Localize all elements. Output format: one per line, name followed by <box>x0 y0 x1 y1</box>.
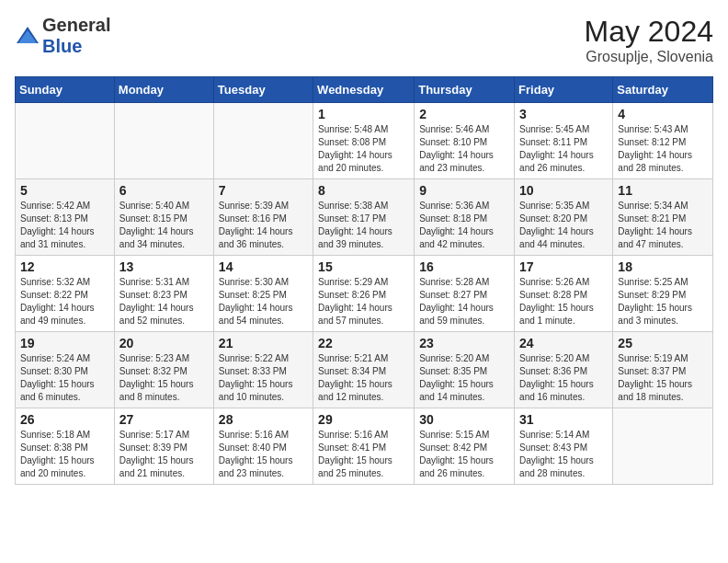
calendar-cell: 10Sunrise: 5:35 AM Sunset: 8:20 PM Dayli… <box>515 179 613 256</box>
title-block: May 2024 Grosuplje, Slovenia <box>584 15 713 65</box>
day-number: 29 <box>318 412 409 427</box>
day-info: Sunrise: 5:39 AM Sunset: 8:16 PM Dayligh… <box>219 200 308 251</box>
day-number: 4 <box>618 107 708 121</box>
day-number: 13 <box>119 259 209 274</box>
day-info: Sunrise: 5:17 AM Sunset: 8:39 PM Dayligh… <box>119 429 209 480</box>
calendar-cell: 24Sunrise: 5:20 AM Sunset: 8:36 PM Dayli… <box>515 332 613 408</box>
calendar-cell: 25Sunrise: 5:19 AM Sunset: 8:37 PM Dayli… <box>613 332 713 408</box>
day-number: 23 <box>419 336 509 350</box>
day-info: Sunrise: 5:38 AM Sunset: 8:17 PM Dayligh… <box>318 200 409 251</box>
day-info: Sunrise: 5:40 AM Sunset: 8:15 PM Dayligh… <box>119 200 209 251</box>
day-number: 21 <box>219 336 308 350</box>
calendar-cell: 17Sunrise: 5:26 AM Sunset: 8:28 PM Dayli… <box>515 256 613 332</box>
day-info: Sunrise: 5:29 AM Sunset: 8:26 PM Dayligh… <box>318 276 409 327</box>
calendar-cell: 8Sunrise: 5:38 AM Sunset: 8:17 PM Daylig… <box>313 179 415 256</box>
day-info: Sunrise: 5:22 AM Sunset: 8:33 PM Dayligh… <box>219 352 308 404</box>
calendar-week-row: 26Sunrise: 5:18 AM Sunset: 8:38 PM Dayli… <box>16 408 713 485</box>
day-number: 11 <box>618 183 708 198</box>
day-info: Sunrise: 5:18 AM Sunset: 8:38 PM Dayligh… <box>20 429 109 480</box>
day-number: 20 <box>119 336 209 350</box>
calendar-week-row: 1Sunrise: 5:48 AM Sunset: 8:08 PM Daylig… <box>16 103 713 179</box>
calendar-cell: 20Sunrise: 5:23 AM Sunset: 8:32 PM Dayli… <box>114 332 213 408</box>
day-info: Sunrise: 5:16 AM Sunset: 8:41 PM Dayligh… <box>318 429 409 480</box>
calendar-cell: 26Sunrise: 5:18 AM Sunset: 8:38 PM Dayli… <box>16 408 115 485</box>
day-number: 2 <box>419 107 509 121</box>
day-info: Sunrise: 5:25 AM Sunset: 8:29 PM Dayligh… <box>618 276 708 327</box>
day-number: 25 <box>618 336 708 350</box>
day-info: Sunrise: 5:14 AM Sunset: 8:43 PM Dayligh… <box>519 429 608 480</box>
day-number: 14 <box>219 259 308 274</box>
calendar-cell <box>16 103 115 179</box>
calendar-cell: 19Sunrise: 5:24 AM Sunset: 8:30 PM Dayli… <box>16 332 115 408</box>
day-info: Sunrise: 5:26 AM Sunset: 8:28 PM Dayligh… <box>519 276 608 327</box>
day-of-week-header: Sunday <box>16 77 115 103</box>
logo-text-blue: Blue <box>42 36 82 56</box>
calendar-cell: 16Sunrise: 5:28 AM Sunset: 8:27 PM Dayli… <box>415 256 515 332</box>
calendar-subtitle: Grosuplje, Slovenia <box>584 49 713 65</box>
day-number: 27 <box>119 412 209 427</box>
day-info: Sunrise: 5:24 AM Sunset: 8:30 PM Dayligh… <box>20 352 109 404</box>
day-info: Sunrise: 5:21 AM Sunset: 8:34 PM Dayligh… <box>318 352 409 404</box>
day-of-week-header: Monday <box>114 77 213 103</box>
calendar-cell: 28Sunrise: 5:16 AM Sunset: 8:40 PM Dayli… <box>213 408 313 485</box>
calendar-cell: 30Sunrise: 5:15 AM Sunset: 8:42 PM Dayli… <box>415 408 515 485</box>
day-of-week-header: Wednesday <box>313 77 415 103</box>
calendar-cell: 11Sunrise: 5:34 AM Sunset: 8:21 PM Dayli… <box>613 179 713 256</box>
day-of-week-header: Saturday <box>613 77 713 103</box>
day-info: Sunrise: 5:43 AM Sunset: 8:12 PM Dayligh… <box>618 123 708 175</box>
calendar-cell <box>213 103 313 179</box>
calendar-header-row: SundayMondayTuesdayWednesdayThursdayFrid… <box>16 77 713 103</box>
day-number: 9 <box>419 183 509 198</box>
calendar-cell: 29Sunrise: 5:16 AM Sunset: 8:41 PM Dayli… <box>313 408 415 485</box>
day-info: Sunrise: 5:42 AM Sunset: 8:13 PM Dayligh… <box>20 200 109 251</box>
day-info: Sunrise: 5:28 AM Sunset: 8:27 PM Dayligh… <box>419 276 509 327</box>
logo-text-general: General <box>42 15 110 35</box>
day-number: 8 <box>318 183 409 198</box>
day-info: Sunrise: 5:20 AM Sunset: 8:35 PM Dayligh… <box>419 352 509 404</box>
day-info: Sunrise: 5:16 AM Sunset: 8:40 PM Dayligh… <box>219 429 308 480</box>
day-info: Sunrise: 5:36 AM Sunset: 8:18 PM Dayligh… <box>419 200 509 251</box>
day-number: 15 <box>318 259 409 274</box>
calendar-cell: 6Sunrise: 5:40 AM Sunset: 8:15 PM Daylig… <box>114 179 213 256</box>
day-number: 7 <box>219 183 308 198</box>
calendar-cell: 1Sunrise: 5:48 AM Sunset: 8:08 PM Daylig… <box>313 103 415 179</box>
calendar-week-row: 12Sunrise: 5:32 AM Sunset: 8:22 PM Dayli… <box>16 256 713 332</box>
day-info: Sunrise: 5:23 AM Sunset: 8:32 PM Dayligh… <box>119 352 209 404</box>
day-number: 3 <box>519 107 608 121</box>
day-number: 28 <box>219 412 308 427</box>
day-number: 31 <box>519 412 608 427</box>
day-info: Sunrise: 5:30 AM Sunset: 8:25 PM Dayligh… <box>219 276 308 327</box>
calendar-cell: 2Sunrise: 5:46 AM Sunset: 8:10 PM Daylig… <box>415 103 515 179</box>
calendar-week-row: 19Sunrise: 5:24 AM Sunset: 8:30 PM Dayli… <box>16 332 713 408</box>
calendar-cell: 14Sunrise: 5:30 AM Sunset: 8:25 PM Dayli… <box>213 256 313 332</box>
calendar-cell: 4Sunrise: 5:43 AM Sunset: 8:12 PM Daylig… <box>613 103 713 179</box>
day-info: Sunrise: 5:46 AM Sunset: 8:10 PM Dayligh… <box>419 123 509 175</box>
calendar-cell <box>613 408 713 485</box>
calendar-cell: 27Sunrise: 5:17 AM Sunset: 8:39 PM Dayli… <box>114 408 213 485</box>
calendar-week-row: 5Sunrise: 5:42 AM Sunset: 8:13 PM Daylig… <box>16 179 713 256</box>
day-number: 19 <box>20 336 109 350</box>
calendar-table: SundayMondayTuesdayWednesdayThursdayFrid… <box>15 76 713 485</box>
day-number: 1 <box>318 107 409 121</box>
calendar-cell: 22Sunrise: 5:21 AM Sunset: 8:34 PM Dayli… <box>313 332 415 408</box>
calendar-cell: 13Sunrise: 5:31 AM Sunset: 8:23 PM Dayli… <box>114 256 213 332</box>
day-number: 6 <box>119 183 209 198</box>
day-number: 22 <box>318 336 409 350</box>
calendar-cell: 3Sunrise: 5:45 AM Sunset: 8:11 PM Daylig… <box>515 103 613 179</box>
day-info: Sunrise: 5:20 AM Sunset: 8:36 PM Dayligh… <box>519 352 608 404</box>
day-of-week-header: Tuesday <box>213 77 313 103</box>
day-info: Sunrise: 5:15 AM Sunset: 8:42 PM Dayligh… <box>419 429 509 480</box>
logo: General Blue <box>15 15 110 57</box>
day-of-week-header: Thursday <box>415 77 515 103</box>
logo-icon <box>15 23 40 49</box>
page-header: General Blue May 2024 Grosuplje, Sloveni… <box>15 15 713 65</box>
day-info: Sunrise: 5:34 AM Sunset: 8:21 PM Dayligh… <box>618 200 708 251</box>
day-number: 16 <box>419 259 509 274</box>
calendar-cell: 9Sunrise: 5:36 AM Sunset: 8:18 PM Daylig… <box>415 179 515 256</box>
calendar-cell: 23Sunrise: 5:20 AM Sunset: 8:35 PM Dayli… <box>415 332 515 408</box>
day-number: 30 <box>419 412 509 427</box>
day-info: Sunrise: 5:48 AM Sunset: 8:08 PM Dayligh… <box>318 123 409 175</box>
day-number: 5 <box>20 183 109 198</box>
calendar-cell: 12Sunrise: 5:32 AM Sunset: 8:22 PM Dayli… <box>16 256 115 332</box>
day-number: 26 <box>20 412 109 427</box>
